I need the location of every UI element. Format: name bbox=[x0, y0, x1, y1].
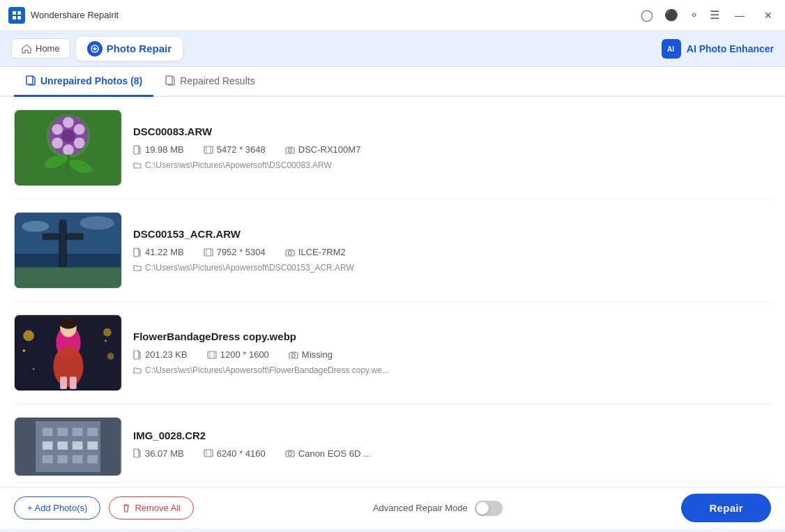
remove-all-button[interactable]: Remove All bbox=[109, 496, 194, 519]
titlebar-left: Wondershare Repairit bbox=[8, 7, 119, 24]
photo-camera-3: Missing bbox=[289, 349, 333, 360]
photo-camera-1: DSC-RX100M7 bbox=[285, 144, 361, 155]
svg-point-41 bbox=[288, 251, 291, 254]
camera-icon-1 bbox=[285, 146, 295, 154]
table-row: DSC00153_ACR.ARW 41.22 MB 7952 * 5304 bbox=[14, 199, 771, 302]
home-label: Home bbox=[36, 43, 60, 54]
svg-rect-63 bbox=[43, 428, 53, 436]
photo-info-2: DSC00153_ACR.ARW 41.22 MB 7952 * 5304 bbox=[133, 228, 771, 273]
advanced-mode-toggle[interactable] bbox=[475, 501, 503, 516]
dimensions-icon-2 bbox=[204, 248, 213, 257]
tab-unrepaired[interactable]: Unrepaired Photos (8) bbox=[14, 67, 153, 97]
svg-rect-3 bbox=[17, 16, 21, 20]
photo-name-1: DSC00083.ARW bbox=[133, 126, 771, 137]
ai-icon: AI bbox=[662, 39, 681, 59]
photo-repair-tab[interactable]: Photo Repair bbox=[76, 37, 183, 61]
file-icon-4 bbox=[133, 448, 142, 458]
titlebar-controls: ◯ ⚫ ⚬ ☰ — ✕ bbox=[641, 8, 777, 22]
svg-rect-21 bbox=[134, 146, 139, 154]
thumb-svg-3: ✦ ✦ ✦ bbox=[15, 315, 121, 390]
svg-rect-74 bbox=[87, 455, 98, 464]
svg-rect-36 bbox=[134, 248, 139, 257]
add-photos-label: + Add Photo(s) bbox=[27, 503, 87, 513]
photo-size-2: 41.22 MB bbox=[133, 247, 184, 257]
navbar-left: Home Photo Repair bbox=[11, 37, 183, 61]
svg-text:✦: ✦ bbox=[32, 367, 35, 371]
menu-icon[interactable]: ☰ bbox=[710, 8, 719, 22]
tab-repaired[interactable]: Repaired Results bbox=[153, 67, 266, 97]
photo-size-3: 201.23 KB bbox=[133, 349, 188, 360]
tab-unrepaired-label: Unrepaired Photos (8) bbox=[40, 75, 142, 86]
folder-icon-3 bbox=[133, 366, 142, 374]
svg-rect-30 bbox=[43, 233, 84, 240]
svg-rect-37 bbox=[204, 249, 213, 256]
bottombar-left: + Add Photo(s) Remove All bbox=[14, 496, 194, 519]
svg-rect-6 bbox=[26, 76, 33, 84]
file-icon-2 bbox=[133, 248, 142, 257]
advanced-mode-label: Advanced Repair Mode bbox=[373, 503, 468, 513]
svg-rect-22 bbox=[204, 146, 213, 153]
svg-point-43 bbox=[23, 330, 34, 342]
photo-size-4: 36.07 MB bbox=[133, 448, 184, 459]
toggle-knob bbox=[476, 502, 489, 515]
photo-name-3: FlowerBandageDress copy.webp bbox=[133, 330, 771, 342]
photo-dimensions-1: 5472 * 3648 bbox=[204, 144, 266, 155]
photo-info-4: IMG_0028.CR2 36.07 MB 6240 * 4160 bbox=[133, 430, 771, 464]
svg-rect-33 bbox=[15, 268, 121, 288]
photo-dimensions-3: 1200 * 1600 bbox=[207, 349, 269, 360]
photo-thumb-2 bbox=[14, 212, 122, 289]
photo-camera-4: Canon EOS 6D ... bbox=[285, 448, 371, 459]
ai-enhancer-button[interactable]: AI AI Photo Enhancer bbox=[662, 39, 774, 59]
svg-rect-73 bbox=[73, 455, 83, 464]
home-button[interactable]: Home bbox=[11, 38, 70, 59]
add-photos-button[interactable]: + Add Photo(s) bbox=[14, 496, 100, 519]
svg-rect-67 bbox=[43, 441, 53, 450]
svg-rect-48 bbox=[60, 377, 67, 389]
photo-repair-label: Photo Repair bbox=[107, 43, 172, 54]
svg-point-15 bbox=[52, 137, 63, 149]
photo-thumb-3: ✦ ✦ ✦ bbox=[14, 314, 122, 391]
navbar: Home Photo Repair AI AI Photo Enhancer bbox=[0, 31, 785, 67]
repair-button[interactable]: Repair bbox=[681, 494, 771, 522]
advanced-mode-control: Advanced Repair Mode bbox=[373, 501, 503, 516]
camera-icon-2 bbox=[285, 248, 295, 257]
svg-text:AI: AI bbox=[667, 45, 674, 53]
svg-rect-1 bbox=[17, 11, 21, 15]
table-row: IMG_0028.CR2 36.07 MB 6240 * 4160 bbox=[14, 404, 771, 482]
photo-list: DSC00083.ARW 19.98 MB 5472 * 3648 bbox=[0, 97, 785, 487]
svg-rect-64 bbox=[57, 428, 68, 436]
photo-name-2: DSC00153_ACR.ARW bbox=[133, 228, 771, 240]
tab-unrepaired-icon bbox=[25, 75, 36, 86]
photo-size-1: 19.98 MB bbox=[133, 144, 184, 155]
close-button[interactable]: ✕ bbox=[760, 8, 777, 22]
table-row: ✦ ✦ ✦ FlowerBandageDress copy.webp 201.2… bbox=[14, 302, 771, 404]
chat-icon[interactable]: ⚬ bbox=[689, 8, 699, 22]
dimensions-icon-1 bbox=[204, 146, 213, 154]
svg-point-45 bbox=[107, 353, 114, 360]
ai-icon-svg: AI bbox=[666, 43, 677, 54]
photo-info-1: DSC00083.ARW 19.98 MB 5472 * 3648 bbox=[133, 126, 771, 170]
file-icon-1 bbox=[133, 145, 142, 155]
headphones-icon[interactable]: ⚫ bbox=[664, 8, 678, 22]
svg-point-47 bbox=[53, 346, 83, 387]
minimize-button[interactable]: — bbox=[731, 8, 749, 22]
photo-dimensions-2: 7952 * 5304 bbox=[204, 247, 266, 257]
svg-rect-65 bbox=[73, 428, 83, 436]
bottombar: + Add Photo(s) Remove All Advanced Repai… bbox=[0, 487, 785, 529]
camera-icon-3 bbox=[289, 351, 298, 359]
svg-point-14 bbox=[63, 144, 74, 155]
file-icon-3 bbox=[133, 350, 142, 360]
photo-path-2: C:\Users\ws\Pictures\Apowersoft\DSC00153… bbox=[133, 263, 771, 273]
table-row: DSC00083.ARW 19.98 MB 5472 * 3648 bbox=[14, 97, 771, 199]
svg-point-60 bbox=[291, 354, 295, 357]
camera-icon-4 bbox=[285, 449, 295, 457]
photo-camera-2: ILCE-7RM2 bbox=[285, 247, 346, 257]
photo-meta-2: 41.22 MB 7952 * 5304 I bbox=[133, 247, 771, 257]
svg-point-17 bbox=[61, 129, 75, 143]
dimensions-icon-4 bbox=[204, 449, 213, 457]
user-icon[interactable]: ◯ bbox=[641, 8, 653, 22]
svg-point-35 bbox=[80, 216, 114, 230]
ai-enhancer-label: AI Photo Enhancer bbox=[687, 43, 774, 54]
repair-icon-svg bbox=[90, 44, 100, 54]
photo-info-3: FlowerBandageDress copy.webp 201.23 KB bbox=[133, 330, 771, 375]
